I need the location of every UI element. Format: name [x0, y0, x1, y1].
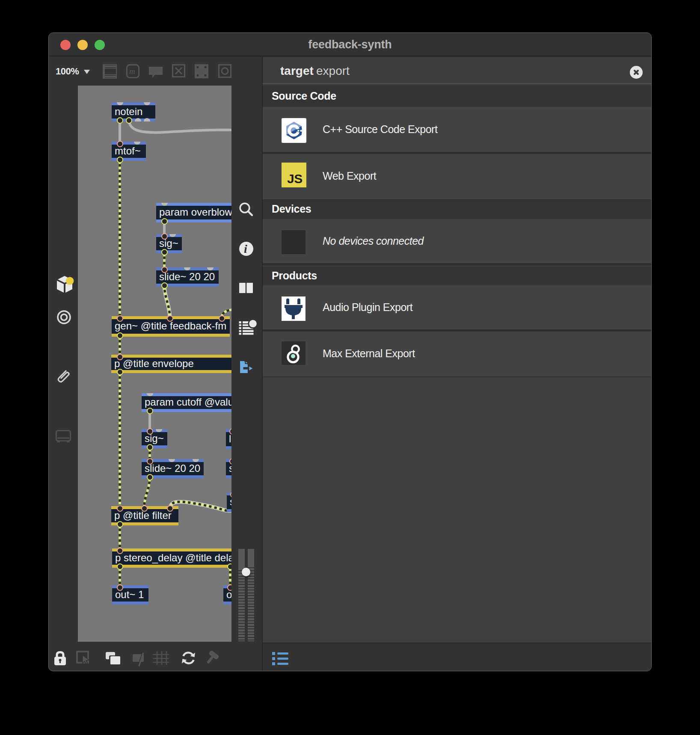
- svg-text:m: m: [129, 67, 135, 76]
- svg-text:JS: JS: [287, 172, 303, 186]
- svg-text:i: i: [244, 242, 247, 255]
